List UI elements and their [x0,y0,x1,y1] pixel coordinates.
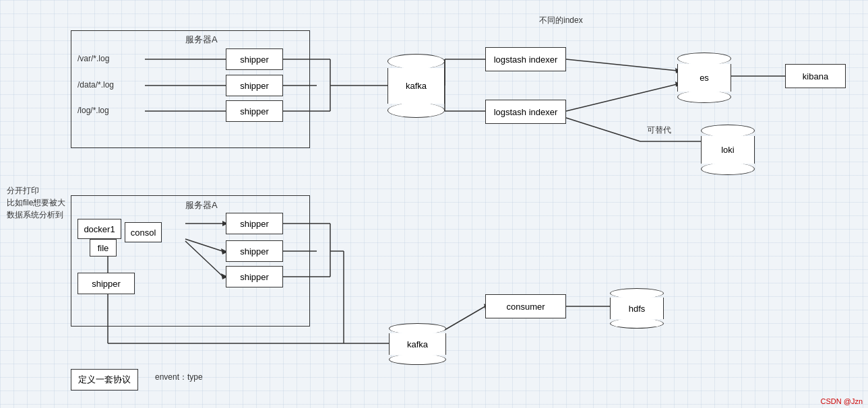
shipper-box-2: shipper [226,75,283,96]
diagram-container: 服务器A /var/*.log /data/*.log /log/*.log s… [0,0,868,408]
define-box: 定义一套协议 [71,369,138,390]
svg-line-21 [566,59,677,71]
loki-cylinder: loki [701,125,755,175]
right-shipper-2: shipper [226,240,283,262]
es-cylinder: es [677,53,731,103]
docker-box: docker1 [78,219,121,239]
shipper-box-1: shipper [226,48,283,70]
replaceable-label: 可替代 [647,125,671,136]
side-text-2: 比如file想要被大 [7,197,65,209]
consumer-box: consumer [485,294,566,318]
hdfs-cylinder: hdfs [610,288,664,329]
svg-line-23 [566,84,677,111]
different-index-label: 不同的index [539,15,583,26]
side-text-3: 数据系统分析到 [7,209,63,221]
kafka-bottom-cylinder: kafka [389,323,446,365]
logstash-indexer-1: logstash indexer [485,47,566,71]
kibana-box: kibana [785,64,846,88]
svg-line-27 [566,118,640,141]
consol-box: consol [125,222,162,242]
logstash-indexer-2: logstash indexer [485,100,566,124]
right-shipper-3: shipper [226,266,283,287]
side-text-1: 分开打印 [7,185,39,197]
shipper-box-3: shipper [226,100,283,122]
file-box: file [90,239,117,257]
bottom-left-shipper: shipper [78,273,135,294]
path1-label: /var/*.log [78,54,109,63]
envent-label: envent：type [155,372,203,383]
watermark: CSDN @Jzn [820,397,863,405]
top-server-label: 服务器A [185,34,218,46]
path2-label: /data/*.log [78,80,114,90]
right-shipper-1: shipper [226,213,283,234]
kafka-top-cylinder: kafka [388,54,445,118]
svg-line-51 [445,306,485,330]
bottom-server-label: 服务器A [185,199,218,211]
path3-label: /log/*.log [78,106,109,115]
